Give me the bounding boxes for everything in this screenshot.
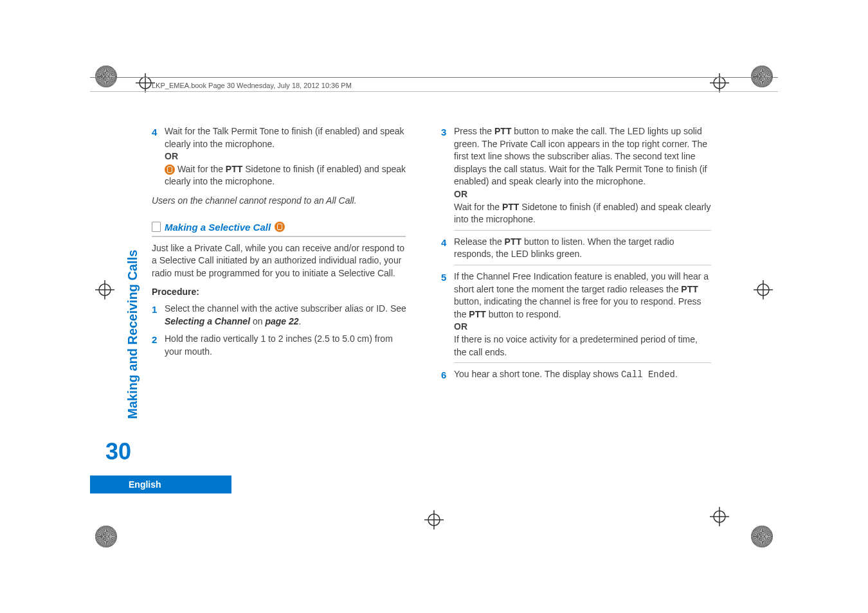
step-2: 2 Hold the radio vertically 1 to 2 inche… bbox=[152, 333, 409, 358]
step-number: 3 bbox=[441, 125, 454, 231]
crop-mark-icon bbox=[751, 526, 773, 547]
header-rule bbox=[90, 77, 778, 78]
ptt-label: PTT bbox=[505, 236, 521, 247]
left-column: 4 Wait for the Talk Permit Tone to finis… bbox=[152, 125, 409, 387]
step-text: . bbox=[675, 369, 678, 379]
step-number: 4 bbox=[441, 236, 454, 265]
radio-icon bbox=[165, 164, 175, 175]
step-text: Hold the radio vertically 1 to 2 inches … bbox=[165, 333, 409, 358]
registration-mark-icon bbox=[710, 507, 729, 526]
page-number: 30 bbox=[105, 438, 131, 465]
step-number: 6 bbox=[441, 368, 454, 382]
step-text: Wait for the bbox=[454, 202, 502, 212]
cross-ref: Selecting a Channel bbox=[165, 316, 250, 326]
ptt-label: PTT bbox=[469, 309, 485, 319]
or-label: OR bbox=[454, 321, 467, 332]
or-label: OR bbox=[454, 189, 467, 199]
section-title: Making a Selective Call bbox=[165, 220, 271, 234]
registration-mark-icon bbox=[424, 510, 444, 529]
step-4: 4 Release the PTT button to listen. When… bbox=[441, 236, 711, 265]
section-intro: Just like a Private Call, while you can … bbox=[152, 242, 409, 280]
ptt-label: PTT bbox=[226, 164, 242, 174]
step-text: If there is no voice activity for a pred… bbox=[454, 334, 698, 357]
procedure-label: Procedure: bbox=[152, 286, 409, 299]
step-text: . bbox=[299, 316, 302, 326]
step-number: 1 bbox=[152, 303, 165, 328]
step-text: You hear a short tone. The display shows bbox=[454, 369, 621, 379]
step-text: Select the channel with the active subsc… bbox=[165, 303, 406, 314]
divider bbox=[454, 265, 711, 265]
section-heading: Making a Selective Call bbox=[152, 220, 406, 237]
page-ref: page 22 bbox=[265, 316, 298, 326]
registration-mark-icon bbox=[754, 280, 773, 299]
document-icon bbox=[152, 222, 161, 232]
divider bbox=[454, 362, 711, 363]
registration-mark-icon bbox=[710, 73, 729, 93]
ptt-label: PTT bbox=[494, 126, 511, 136]
step-6: 6 You hear a short tone. The display sho… bbox=[441, 368, 711, 382]
header-rule bbox=[90, 91, 778, 92]
ptt-label: PTT bbox=[681, 284, 698, 294]
step-3: 3 Press the PTT button to make the call.… bbox=[441, 125, 711, 231]
step-1: 1 Select the channel with the active sub… bbox=[152, 303, 409, 328]
step-number: 2 bbox=[152, 333, 165, 358]
side-tab: Making and Receiving Calls bbox=[125, 250, 140, 419]
step-4: 4 Wait for the Talk Permit Tone to finis… bbox=[152, 125, 409, 188]
ptt-label: PTT bbox=[502, 202, 519, 212]
content-columns: 4 Wait for the Talk Permit Tone to finis… bbox=[152, 125, 711, 387]
radio-icon bbox=[275, 222, 285, 232]
step-number: 4 bbox=[152, 125, 165, 188]
display-text: Call Ended bbox=[621, 369, 675, 380]
note-text: Users on the channel cannot respond to a… bbox=[152, 195, 409, 208]
step-text: If the Channel Free Indication feature i… bbox=[454, 271, 709, 294]
step-text: Wait for the Talk Permit Tone to finish … bbox=[165, 126, 404, 149]
step-text: on bbox=[250, 316, 265, 326]
step-number: 5 bbox=[441, 271, 454, 363]
step-5: 5 If the Channel Free Indication feature… bbox=[441, 271, 711, 363]
step-text: Press the bbox=[454, 126, 494, 136]
right-column: 3 Press the PTT button to make the call.… bbox=[441, 125, 711, 387]
crop-mark-icon bbox=[95, 66, 117, 87]
registration-mark-icon bbox=[95, 280, 114, 299]
crop-mark-icon bbox=[95, 526, 117, 547]
language-tab: English bbox=[90, 475, 231, 493]
step-text: Wait for the bbox=[177, 164, 226, 174]
divider bbox=[454, 230, 711, 231]
crop-mark-icon bbox=[751, 66, 773, 87]
or-label: OR bbox=[165, 151, 178, 161]
page-header-text: LKP_EMEA.book Page 30 Wednesday, July 18… bbox=[152, 82, 352, 89]
step-text: button to respond. bbox=[486, 309, 561, 319]
step-text: Release the bbox=[454, 236, 505, 247]
